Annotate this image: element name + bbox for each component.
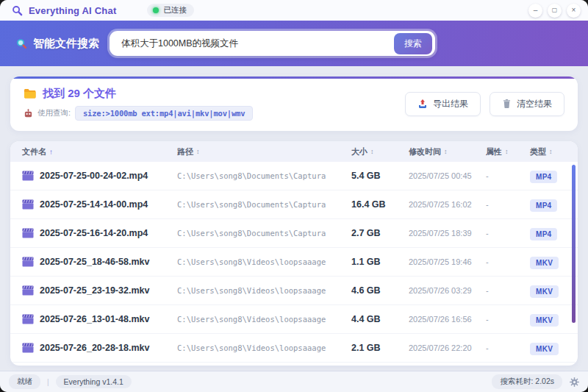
video-file-icon (22, 314, 34, 324)
file-type-badge: MP4 (530, 199, 557, 212)
video-file-icon (22, 343, 34, 353)
minimize-button[interactable]: – (528, 4, 542, 18)
file-modified: 2025/07/25 16:02 (397, 200, 474, 209)
file-name: 2025-07-26_13-01-48.mkv (40, 314, 149, 324)
clear-results-button[interactable]: 清空结果 (490, 92, 564, 116)
table-row[interactable]: 2025-07-25-16-14-20.mp4 C:\Users\song8\D… (10, 219, 578, 248)
statusbar: 就绪 | Everything v1.4.1 搜索耗时: 2.02s (0, 371, 588, 392)
column-label: 类型 (530, 146, 546, 157)
search-section-label-group: 智能文件搜索 (16, 37, 99, 51)
file-name: 2025-07-25-16-14-20.mp4 (40, 228, 148, 238)
sort-icon: ↕ (444, 148, 448, 155)
file-size: 16.4 GB (340, 199, 397, 210)
query-string-chip: size:>1000mb ext:mp4|avi|mkv|mov|wmv (75, 106, 253, 121)
file-path: C:\Users\song8\Documents\Captura (165, 171, 340, 180)
search-input[interactable] (120, 38, 394, 49)
file-modified: 2025/07/25 19:46 (397, 257, 474, 266)
file-attributes: - (474, 229, 518, 238)
file-size: 5.4 GB (340, 171, 397, 181)
app-window: Everything AI Chat 已连接 – ▢ × 智能文件搜索 搜索 (0, 0, 588, 392)
results-info: 找到 29 个文件 使用查询: size:>1000mb ext:mp4|avi… (24, 87, 253, 121)
file-path: C:\Users\song8\Videos\loopsaaage (165, 343, 340, 352)
robot-icon (24, 109, 33, 118)
file-modified: 2025/07/26 16:56 (397, 315, 474, 324)
file-modified: 2025/07/25 18:39 (397, 229, 474, 238)
table-row[interactable]: 2025-07-26_20-28-18.mkv C:\Users\song8\V… (10, 334, 578, 363)
column-header[interactable]: 修改时间↕ (397, 146, 474, 157)
column-header[interactable]: 属性↕ (474, 146, 518, 157)
sort-icon: ↕ (196, 148, 200, 155)
window-controls: – ▢ × (528, 4, 581, 18)
clear-results-label: 清空结果 (517, 98, 552, 110)
file-path: C:\Users\song8\Videos\loopsaaage (165, 315, 340, 324)
table-body: 2025-07-25-00-24-02.mp4 C:\Users\song8\D… (10, 162, 578, 366)
app-logo-icon (12, 5, 23, 16)
table-row[interactable]: 2025-07-26_13-01-48.mkv C:\Users\song8\V… (10, 305, 578, 334)
app-title: Everything AI Chat (29, 5, 116, 16)
status-state-badge: 就绪 (9, 374, 40, 389)
results-summary-card: 找到 29 个文件 使用查询: size:>1000mb ext:mp4|avi… (10, 76, 578, 131)
file-type-badge: MKV (530, 257, 559, 269)
connection-status-label: 已连接 (163, 5, 187, 15)
search-header: 智能文件搜索 搜索 (0, 21, 588, 66)
table-row[interactable]: 2025-07-25-14-14-00.mp4 C:\Users\song8\D… (10, 190, 578, 219)
file-path: C:\Users\song8\Documents\Captura (165, 229, 340, 238)
column-label: 属性 (486, 146, 502, 157)
sort-icon: ↕ (370, 148, 374, 155)
result-actions: 导出结果 清空结果 (405, 92, 564, 116)
file-modified: 2025/07/26 22:20 (397, 343, 474, 352)
column-label: 路径 (177, 146, 193, 157)
table-row[interactable]: 2025-07-25_23-19-32.mkv C:\Users\song8\V… (10, 277, 578, 305)
column-label: 修改时间 (409, 146, 441, 157)
file-attributes: - (474, 343, 518, 352)
table-scrollbar[interactable] (572, 165, 576, 323)
search-section-icon (16, 38, 27, 49)
table-header-row: 文件名↑路径↕大小↕修改时间↕属性↕类型↕ (10, 141, 578, 162)
file-size: 2.1 GB (340, 343, 397, 353)
sort-icon: ↕ (549, 148, 553, 155)
file-attributes: - (474, 286, 518, 295)
video-file-icon (22, 171, 34, 181)
column-label: 文件名 (22, 146, 46, 157)
status-separator: | (47, 378, 49, 386)
search-button[interactable]: 搜索 (394, 33, 432, 54)
column-label: 大小 (351, 146, 368, 157)
video-file-icon (22, 257, 34, 267)
folder-icon (24, 88, 37, 99)
column-header[interactable]: 类型↕ (518, 146, 578, 157)
column-header[interactable]: 文件名↑ (10, 146, 165, 157)
file-modified: 2025/07/26 03:29 (397, 286, 474, 295)
everything-version-badge: Everything v1.4.1 (56, 375, 132, 388)
export-results-button[interactable]: 导出结果 (405, 92, 481, 116)
maximize-button[interactable]: ▢ (548, 4, 562, 18)
search-section-label: 智能文件搜索 (33, 37, 99, 51)
file-type-badge: MP4 (530, 228, 557, 240)
file-type-badge: MP4 (530, 171, 557, 183)
search-time-badge: 搜索耗时: 2.02s (492, 374, 562, 389)
file-attributes: - (474, 257, 518, 266)
file-size: 4.4 GB (340, 314, 397, 324)
column-header[interactable]: 路径↕ (165, 146, 340, 157)
file-type-badge: MKV (530, 314, 559, 327)
file-attributes: - (474, 171, 518, 180)
file-name: 2025-07-25_23-19-32.mkv (40, 285, 149, 296)
settings-gear-icon[interactable] (570, 377, 579, 387)
file-path: C:\Users\song8\Documents\Captura (165, 200, 340, 209)
found-count-text: 找到 29 个文件 (43, 87, 116, 101)
file-name: 2025-07-26_20-28-18.mkv (40, 343, 149, 353)
trash-icon (502, 99, 512, 109)
connection-dot-icon (153, 7, 159, 13)
file-name: 2025-07-25_18-46-58.mkv (40, 257, 149, 267)
export-results-label: 导出结果 (433, 98, 468, 110)
search-box: 搜索 (110, 31, 435, 56)
close-button[interactable]: × (567, 4, 581, 18)
table-row[interactable]: 2025-07-25_18-46-58.mkv C:\Users\song8\V… (10, 248, 578, 277)
export-icon (417, 99, 428, 109)
file-name: 2025-07-25-00-24-02.mp4 (40, 171, 148, 181)
column-header[interactable]: 大小↕ (340, 146, 397, 157)
video-file-icon (22, 228, 34, 238)
connection-status-badge: 已连接 (147, 4, 194, 17)
table-row[interactable]: 2025-07-25-00-24-02.mp4 C:\Users\song8\D… (10, 162, 578, 190)
main-area: 找到 29 个文件 使用查询: size:>1000mb ext:mp4|avi… (0, 66, 588, 371)
file-path: C:\Users\song8\Videos\loopsaaage (165, 257, 340, 266)
